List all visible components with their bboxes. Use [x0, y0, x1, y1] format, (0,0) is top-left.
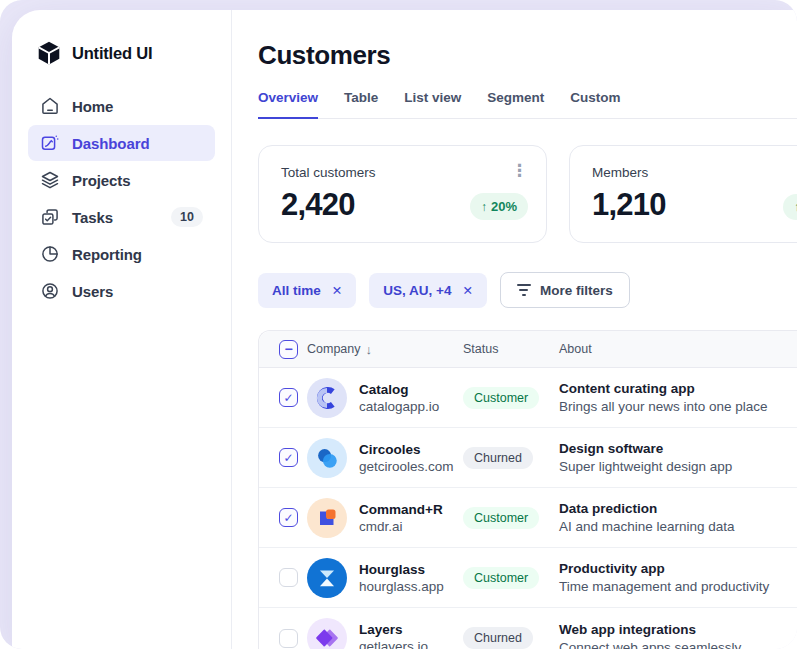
filters-bar: All time ✕ US, AU, +4 ✕ More filters [258, 272, 797, 308]
sidebar-item-label: Projects [72, 172, 130, 189]
filter-chip-label: US, AU, +4 [383, 283, 451, 298]
company-domain: getlayers.io [359, 639, 428, 649]
dashboard-icon [40, 133, 60, 153]
pie-chart-icon [40, 244, 60, 264]
status-badge: Churned [463, 447, 533, 469]
company-name: Layers [359, 622, 428, 637]
sidebar-item-dashboard[interactable]: Dashboard [28, 125, 215, 161]
table-row[interactable]: ✓ Catalog catalogapp.io [259, 368, 797, 428]
company-cell: Catalog catalogapp.io [307, 378, 463, 418]
company-domain: cmdr.ai [359, 519, 443, 534]
sidebar-item-label: Tasks [72, 209, 113, 226]
table-row[interactable]: Hourglass hourglass.app Customer Product… [259, 548, 797, 608]
app-window: Untitled UI Home [12, 10, 797, 649]
customers-table: − Company ↓ Status About ✓ [258, 330, 797, 649]
command-r-logo [307, 498, 347, 538]
kebab-menu-icon[interactable]: ⋮ [507, 160, 532, 181]
filter-chip-label: All time [272, 283, 321, 298]
sidebar-item-label: Users [72, 283, 113, 300]
table-row[interactable]: ✓ Circooles getcirooles.com [259, 428, 797, 488]
brand-logo: Untitled UI [28, 40, 215, 66]
tasks-count-badge: 10 [171, 207, 203, 227]
about-title: Data prediction [559, 501, 797, 516]
row-checkbox[interactable]: ✓ [279, 508, 298, 527]
tab-table[interactable]: Table [344, 90, 378, 118]
status-badge: Customer [463, 507, 539, 529]
catalog-logo [307, 378, 347, 418]
sidebar-item-label: Home [72, 98, 113, 115]
column-header-about[interactable]: About [559, 342, 797, 356]
tab-custom[interactable]: Custom [570, 90, 620, 118]
company-domain: catalogapp.io [359, 399, 439, 414]
company-cell: Layers getlayers.io [307, 618, 463, 649]
company-cell: Circooles getcirooles.com [307, 438, 463, 478]
sidebar-item-projects[interactable]: Projects [28, 162, 215, 198]
about-description: Super lightweight design app [559, 459, 797, 474]
sidebar-item-users[interactable]: Users [28, 273, 215, 309]
brand-name: Untitled UI [72, 44, 152, 63]
tasks-icon [40, 207, 60, 227]
sidebar-item-label: Reporting [72, 246, 142, 263]
circooles-logo [307, 438, 347, 478]
sort-arrow-down-icon: ↓ [366, 342, 373, 357]
trend-badge: ↑ 20% [470, 193, 528, 220]
company-cell: Hourglass hourglass.app [307, 558, 463, 598]
metric-card-members: Members 1,210 ↑ [569, 145, 797, 243]
sidebar-item-label: Dashboard [72, 135, 149, 152]
page-title: Customers [258, 40, 797, 71]
sidebar-nav: Home Dashboard [28, 88, 215, 309]
home-icon [40, 96, 60, 116]
row-checkbox[interactable]: ✓ [279, 388, 298, 407]
tab-segment[interactable]: Segment [487, 90, 544, 118]
row-checkbox[interactable] [279, 568, 298, 587]
column-header-status[interactable]: Status [463, 342, 559, 356]
sidebar-item-reporting[interactable]: Reporting [28, 236, 215, 272]
table-header: − Company ↓ Status About [259, 331, 797, 368]
company-cell: Command+R cmdr.ai [307, 498, 463, 538]
cube-logo-icon [36, 40, 62, 66]
metric-label: Members [592, 165, 797, 180]
user-icon [40, 281, 60, 301]
status-badge: Churned [463, 627, 533, 649]
about-title: Productivity app [559, 561, 797, 576]
more-filters-label: More filters [540, 283, 613, 298]
metric-cards: Total customers 2,420 ⋮ ↑ 20% Members 1,… [258, 145, 797, 243]
row-checkbox[interactable]: ✓ [279, 448, 298, 467]
table-row[interactable]: ✓ Command+R cmdr.ai Cust [259, 488, 797, 548]
company-name: Catalog [359, 382, 439, 397]
tab-overview[interactable]: Overview [258, 90, 318, 119]
sidebar-item-home[interactable]: Home [28, 88, 215, 124]
filter-chip-all-time[interactable]: All time ✕ [258, 273, 356, 308]
filter-lines-icon [517, 284, 531, 296]
company-domain: getcirooles.com [359, 459, 454, 474]
about-description: Time management and productivity [559, 579, 797, 594]
metric-value: 1,210 [592, 187, 797, 223]
about-title: Design software [559, 441, 797, 456]
close-icon[interactable]: ✕ [332, 283, 342, 298]
about-title: Web app integrations [559, 622, 797, 637]
more-filters-button[interactable]: More filters [500, 272, 630, 308]
layers-icon [40, 170, 60, 190]
table-row[interactable]: Layers getlayers.io Churned Web app inte… [259, 608, 797, 649]
status-badge: Customer [463, 387, 539, 409]
sidebar-item-tasks[interactable]: Tasks 10 [28, 199, 215, 235]
company-domain: hourglass.app [359, 579, 444, 594]
hourglass-logo [307, 558, 347, 598]
app-screen: Untitled UI Home [0, 0, 797, 649]
about-description: AI and machine learning data [559, 519, 797, 534]
column-header-company[interactable]: Company ↓ [307, 342, 463, 357]
metric-label: Total customers [281, 165, 528, 180]
column-label: Company [307, 342, 361, 356]
row-checkbox[interactable] [279, 629, 298, 648]
select-all-checkbox[interactable]: − [279, 340, 298, 359]
tab-list-view[interactable]: List view [404, 90, 461, 118]
company-name: Hourglass [359, 562, 444, 577]
company-name: Command+R [359, 502, 443, 517]
about-description: Connect web apps seamlessly [559, 640, 797, 649]
company-name: Circooles [359, 442, 454, 457]
metric-card-total-customers: Total customers 2,420 ⋮ ↑ 20% [258, 145, 547, 243]
filter-chip-countries[interactable]: US, AU, +4 ✕ [369, 273, 487, 308]
layers-logo [307, 618, 347, 649]
tab-bar: Overview Table List view Segment Custom [258, 90, 797, 119]
close-icon[interactable]: ✕ [462, 283, 472, 298]
